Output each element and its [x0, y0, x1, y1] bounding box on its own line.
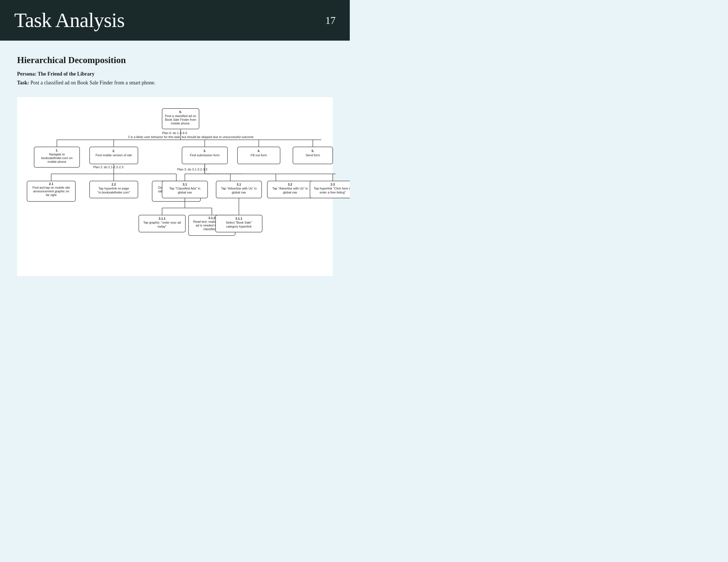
svg-text:3.1.2: 3.1.2	[208, 216, 215, 220]
svg-text:booksalefinder.com on: booksalefinder.com on	[41, 156, 73, 160]
svg-text:Fill out form: Fill out form	[251, 154, 267, 157]
svg-text:mobile phone.: mobile phone.	[171, 122, 190, 125]
svg-text:2.2: 2.2	[111, 183, 116, 186]
section-title: Hierarchical Decomposition	[17, 55, 333, 65]
svg-text:Find submission form: Find submission form	[190, 154, 220, 157]
svg-text:Book Sale Finder from: Book Sale Finder from	[165, 118, 196, 121]
node-2: 2. Find moblie version of site	[90, 147, 138, 164]
plan3-label: Plan 3: do 3.1-3.2-3.3	[177, 168, 207, 171]
svg-text:global nav: global nav	[232, 191, 246, 194]
node-311: 3.1.1 Tap graphic: "order your ad today"	[139, 215, 185, 232]
svg-text:4.: 4.	[257, 149, 260, 153]
svg-text:3.: 3.	[203, 149, 206, 153]
svg-text:Send form: Send form	[306, 154, 320, 157]
plan0-label: Plan 0: do 1-3-4-5	[162, 131, 187, 135]
plan2-label: Plan 2: do 2.1-2.2-2.3	[93, 165, 123, 169]
page-title: Task Analysis	[14, 9, 125, 32]
svg-text:Tap "Advertise with Us" in: Tap "Advertise with Us" in	[272, 187, 308, 190]
task-text: Post a classified ad on Book Sale Finder…	[30, 80, 156, 86]
node-32: 3.2 Tap "Advertise with Us" in global na…	[267, 181, 313, 198]
persona-line: Persona: The Friend of the Library	[17, 71, 333, 77]
node-21: 2.1 Find and tap on mobile site announce…	[27, 181, 75, 202]
node-33: 3.3 Tap hyperlink "Click here to enter a…	[310, 181, 350, 198]
node-31b: 3.1 Tap "Advertise with Us" in global na…	[216, 181, 262, 198]
node-22: 2.2 Tap hyperlink on page "m.booksalefin…	[90, 181, 138, 198]
svg-text:enter a free listing": enter a free listing"	[320, 191, 346, 194]
svg-text:Tap "Classified Ads" in: Tap "Classified Ads" in	[169, 187, 200, 190]
header: Task Analysis 17	[0, 0, 350, 41]
svg-text:5.: 5.	[311, 149, 314, 153]
diagram-container: 0. Post a classified ad on Book Sale Fin…	[17, 97, 333, 276]
svg-text:Tap hyperlink on page: Tap hyperlink on page	[98, 187, 129, 190]
svg-text:3.3: 3.3	[330, 183, 335, 186]
task-label: Task:	[17, 80, 29, 86]
task-diagram: 0. Post a classified ad on Book Sale Fin…	[23, 106, 350, 265]
svg-text:3.1: 3.1	[237, 183, 241, 186]
plan0-label2: 2 is a likely user behavior for this tas…	[128, 135, 253, 139]
svg-text:"m.booksalefinder.com": "m.booksalefinder.com"	[98, 191, 130, 194]
svg-text:Find moblie version of site: Find moblie version of site	[96, 154, 132, 157]
svg-text:today": today"	[158, 225, 167, 228]
svg-text:global nav: global nav	[178, 191, 192, 194]
svg-text:Tap graphic: "order your ad: Tap graphic: "order your ad	[143, 221, 181, 224]
content-area: Hierarchical Decomposition Persona: The …	[0, 41, 350, 287]
svg-text:far right: far right	[46, 193, 56, 197]
svg-text:3.1: 3.1	[183, 183, 187, 186]
svg-text:Tap "Advertise with Us" in: Tap "Advertise with Us" in	[221, 187, 257, 190]
page-number: 17	[325, 14, 336, 26]
svg-text:3.2: 3.2	[288, 183, 292, 186]
svg-text:Find and tap on mobile site: Find and tap on mobile site	[32, 186, 70, 189]
svg-text:Navigate to: Navigate to	[49, 153, 65, 156]
task-line: Task: Post a classified ad on Book Sale …	[17, 80, 333, 86]
node-root: 0. Post a classified ad on Book Sale Fin…	[162, 109, 199, 129]
node-1: 1. Navigate to booksalefinder.com on mob…	[34, 147, 80, 167]
svg-text:category hyperlink: category hyperlink	[226, 225, 252, 228]
svg-text:1.: 1.	[55, 149, 58, 152]
svg-text:announcement graphic on: announcement graphic on	[33, 190, 69, 193]
node-4: 4. Fill out form	[237, 147, 280, 164]
svg-text:2.1: 2.1	[49, 182, 53, 186]
svg-text:global nav: global nav	[283, 191, 297, 194]
svg-text:Select "Book Sale": Select "Book Sale"	[226, 221, 252, 224]
svg-text:Tap hyperlink "Click here to: Tap hyperlink "Click here to	[314, 187, 350, 190]
node-3: 3. Find submission form	[182, 147, 227, 164]
node-311b: 3.1.1 Select "Book Sale" category hyperl…	[216, 215, 262, 232]
node-31: 3.1 Tap "Classified Ads" in global nav	[162, 181, 208, 198]
svg-text:Post a classified ad on: Post a classified ad on	[165, 114, 196, 118]
svg-text:0.: 0.	[179, 110, 182, 114]
svg-text:3.1.1: 3.1.1	[235, 217, 242, 220]
svg-text:2.: 2.	[112, 149, 115, 153]
node-5: 5. Send form	[293, 147, 333, 164]
svg-text:3.1.1: 3.1.1	[159, 217, 166, 220]
svg-text:mobile phone: mobile phone	[47, 160, 66, 163]
